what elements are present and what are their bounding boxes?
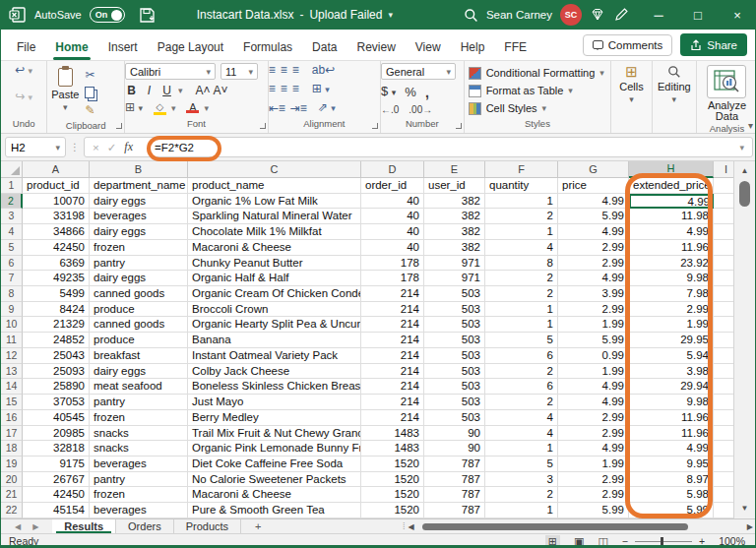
cell-F22[interactable]: 1 <box>485 503 558 518</box>
cell-I15[interactable] <box>714 395 735 410</box>
cell-D2[interactable]: 40 <box>361 194 424 210</box>
sheet-tab-orders[interactable]: Orders <box>116 519 174 533</box>
close-button[interactable]: × <box>718 0 756 30</box>
ribbon-tab-ffe[interactable]: FFE <box>494 35 536 60</box>
cell-E14[interactable]: 503 <box>424 379 485 395</box>
cell-C14[interactable]: Boneless Skinless Chicken Breasts <box>188 379 361 395</box>
fill-color-button[interactable]: ◇ <box>154 100 166 115</box>
cell-H18[interactable]: 4.99 <box>629 441 714 457</box>
cell-B21[interactable]: frozen <box>90 487 188 503</box>
row-header-17[interactable]: 17 <box>1 426 23 442</box>
orientation-icon[interactable]: ⇗ ▾ <box>318 100 336 115</box>
cell-G22[interactable]: 5.99 <box>558 503 629 518</box>
avatar[interactable]: SC <box>560 4 582 26</box>
cell-I19[interactable] <box>714 457 735 472</box>
cell-F16[interactable]: 4 <box>485 410 558 426</box>
cell-A5[interactable]: 42450 <box>23 240 90 256</box>
cell-H19[interactable]: 9.95 <box>629 457 714 472</box>
format-painter-icon[interactable]: ✎ <box>85 103 94 117</box>
cell-H9[interactable]: 2.99 <box>629 302 714 318</box>
ribbon-tab-page-layout[interactable]: Page Layout <box>148 35 233 60</box>
cell-E17[interactable]: 90 <box>424 426 485 442</box>
cell-I13[interactable] <box>714 364 735 380</box>
cell-A18[interactable]: 32818 <box>23 441 90 457</box>
cell-F3[interactable]: 2 <box>485 209 558 224</box>
formula-text[interactable]: =F2*G2 <box>155 142 194 153</box>
cell-F12[interactable]: 6 <box>485 348 558 364</box>
cell-G9[interactable]: 2.99 <box>558 302 629 318</box>
cell-I6[interactable] <box>714 256 735 272</box>
cell-G4[interactable]: 4.99 <box>558 224 629 240</box>
row-header-11[interactable]: 11 <box>1 333 23 348</box>
cell-A4[interactable]: 34866 <box>23 224 90 240</box>
ribbon-tab-data[interactable]: Data <box>302 35 346 60</box>
cell-A11[interactable]: 24852 <box>23 333 90 348</box>
cell-E13[interactable]: 503 <box>424 364 485 380</box>
cell-F19[interactable]: 5 <box>485 457 558 472</box>
column-header-F[interactable]: F <box>485 161 558 178</box>
cell-B18[interactable]: snacks <box>90 441 188 457</box>
document-title[interactable]: Instacart Data.xlsx - Upload Failed ▾ <box>197 8 393 22</box>
cell-I5[interactable] <box>714 240 735 256</box>
cell-D4[interactable]: 40 <box>361 224 424 240</box>
cell-H4[interactable]: 4.99 <box>629 224 714 240</box>
cell-C10[interactable]: Organic Hearty Split Pea & Uncure <box>188 317 361 333</box>
row-header-7[interactable]: 7 <box>1 271 23 286</box>
cell-B15[interactable]: pantry <box>90 395 188 410</box>
cell-E6[interactable]: 971 <box>424 256 485 272</box>
column-header-A[interactable]: A <box>23 161 90 178</box>
row-header-14[interactable]: 14 <box>1 379 23 395</box>
autosave-toggle[interactable]: On <box>90 7 125 23</box>
cell-D6[interactable]: 178 <box>361 256 424 272</box>
cell-D11[interactable]: 214 <box>361 333 424 348</box>
cell-A13[interactable]: 25093 <box>23 364 90 380</box>
formula-bar[interactable]: × ✓ fx =F2*G2 ▾ <box>84 137 753 157</box>
cell-H3[interactable]: 11.98 <box>629 209 714 224</box>
cell-E9[interactable]: 503 <box>424 302 485 318</box>
cell-G12[interactable]: 0.99 <box>558 348 629 364</box>
cell-C7[interactable]: Organic Half & Half <box>188 271 361 286</box>
cell-H5[interactable]: 11.96 <box>629 240 714 256</box>
row-header-13[interactable]: 13 <box>1 364 23 380</box>
cell-C22[interactable]: Pure & Smooth Green Tea <box>188 503 361 518</box>
cell-E4[interactable]: 382 <box>424 224 485 240</box>
name-box[interactable]: H2 ▾ <box>5 137 66 157</box>
cell-F20[interactable]: 3 <box>485 472 558 488</box>
bold-button[interactable]: B <box>125 84 138 97</box>
new-sheet-button[interactable]: + <box>241 519 275 533</box>
column-header-B[interactable]: B <box>90 161 188 178</box>
scroll-left-icon[interactable]: ◀ <box>409 522 414 531</box>
cell-H11[interactable]: 29.95 <box>629 333 714 348</box>
styles-item-format-as-table[interactable]: Format as Table▾ <box>469 82 607 99</box>
cell-D21[interactable]: 1520 <box>361 487 424 503</box>
cell-E5[interactable]: 382 <box>424 240 485 256</box>
italic-button[interactable]: I <box>143 84 156 97</box>
cell-D17[interactable]: 1483 <box>361 426 424 442</box>
copy-icon[interactable] <box>85 87 94 98</box>
row-header-4[interactable]: 4 <box>1 224 23 240</box>
comments-button[interactable]: Comments <box>583 34 673 56</box>
cell-C1[interactable]: product_name <box>188 178 361 194</box>
cell-A21[interactable]: 42450 <box>23 487 90 503</box>
cell-E22[interactable]: 787 <box>424 503 485 518</box>
cell-E15[interactable]: 503 <box>424 395 485 410</box>
styles-item-conditional-formatting[interactable]: Conditional Formatting▾ <box>469 64 607 82</box>
cell-F10[interactable]: 1 <box>485 317 558 333</box>
cell-F7[interactable]: 2 <box>485 271 558 286</box>
cells-button[interactable]: ⊞ Cells ▾ <box>611 61 651 117</box>
cell-C19[interactable]: Diet Coke Caffeine Free Soda <box>188 457 361 472</box>
cell-D14[interactable]: 214 <box>361 379 424 395</box>
cell-I17[interactable] <box>714 426 735 442</box>
horizontal-scroll-thumb[interactable] <box>422 523 688 530</box>
next-sheet-icon[interactable]: ▶ <box>32 522 38 531</box>
increase-decimal-icon[interactable]: ←.0 <box>381 104 399 115</box>
font-name-select[interactable]: Calibri ▾ <box>125 63 216 80</box>
align-middle-icon[interactable]: ≡ <box>281 63 287 77</box>
cell-D19[interactable]: 1520 <box>361 457 424 472</box>
cell-F5[interactable]: 4 <box>485 240 558 256</box>
select-all-corner[interactable] <box>1 161 23 178</box>
cell-G20[interactable]: 2.99 <box>558 472 629 488</box>
ribbon-tab-formulas[interactable]: Formulas <box>233 35 302 60</box>
cancel-formula-icon[interactable]: × <box>93 142 99 153</box>
cell-G3[interactable]: 5.99 <box>558 209 629 224</box>
